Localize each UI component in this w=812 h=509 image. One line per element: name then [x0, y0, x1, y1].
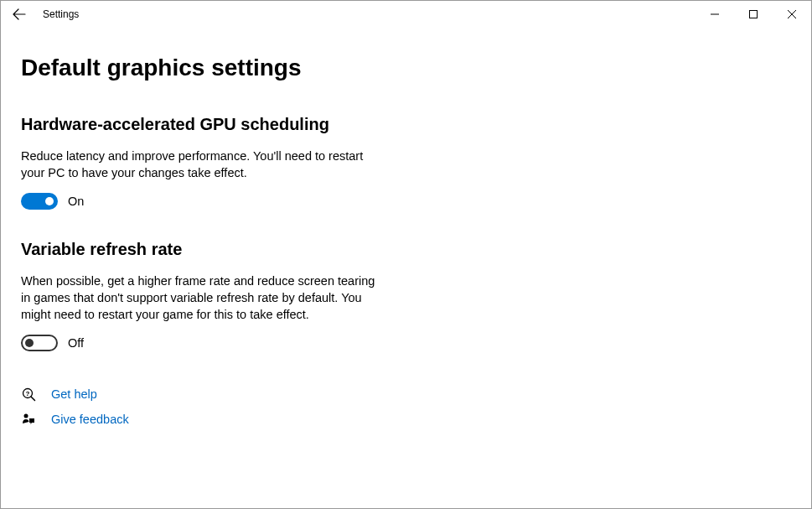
titlebar: Settings: [1, 1, 811, 28]
maximize-button[interactable]: [734, 1, 773, 28]
gpu-scheduling-toggle-row: On: [21, 193, 450, 210]
vrr-description: When possible, get a higher frame rate a…: [21, 273, 381, 323]
close-icon: [788, 10, 796, 18]
footer-links: ? Get help Give feedback: [21, 382, 450, 432]
back-button[interactable]: [1, 1, 38, 28]
get-help-row[interactable]: ? Get help: [21, 382, 450, 407]
minimize-icon: [711, 10, 719, 18]
gpu-scheduling-toggle-label: On: [68, 195, 84, 208]
svg-text:?: ?: [25, 390, 29, 397]
close-button[interactable]: [773, 1, 811, 28]
toggle-knob: [45, 197, 54, 205]
toggle-knob: [25, 339, 34, 347]
gpu-scheduling-description: Reduce latency and improve performance. …: [21, 148, 381, 181]
help-icon: ?: [21, 387, 36, 402]
minimize-button[interactable]: [696, 1, 734, 28]
vrr-toggle-row: Off: [21, 335, 450, 351]
window-controls: [696, 1, 811, 28]
svg-rect-0: [750, 11, 758, 18]
get-help-link[interactable]: Get help: [51, 387, 97, 401]
vrr-toggle[interactable]: [21, 335, 58, 351]
maximize-icon: [749, 10, 758, 18]
page-title: Default graphics settings: [21, 55, 450, 81]
give-feedback-link[interactable]: Give feedback: [51, 413, 129, 426]
give-feedback-row[interactable]: Give feedback: [21, 407, 450, 432]
arrow-left-icon: [13, 8, 26, 21]
vrr-toggle-label: Off: [68, 336, 84, 350]
gpu-scheduling-toggle[interactable]: [21, 193, 58, 210]
svg-point-3: [24, 414, 28, 418]
vrr-heading: Variable refresh rate: [21, 240, 450, 259]
content-area: Default graphics settings Hardware-accel…: [1, 28, 470, 432]
gpu-scheduling-heading: Hardware-accelerated GPU scheduling: [21, 115, 450, 134]
window-title: Settings: [43, 8, 79, 20]
feedback-icon: [21, 413, 36, 426]
